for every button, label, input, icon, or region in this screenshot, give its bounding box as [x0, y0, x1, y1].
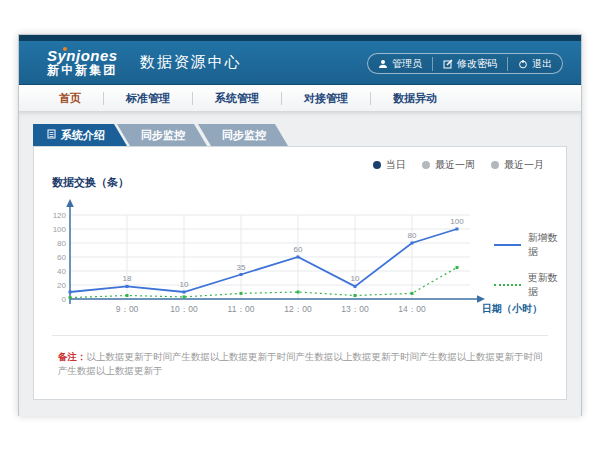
- change-password-button[interactable]: 修改密码: [432, 57, 507, 71]
- svg-text:120: 120: [53, 211, 67, 220]
- svg-text:10: 10: [351, 274, 360, 283]
- logo-text: Synjones: [47, 48, 118, 64]
- svg-text:35: 35: [237, 263, 246, 272]
- svg-text:80: 80: [408, 231, 417, 240]
- tab-sync-monitor-1[interactable]: 同步监控: [117, 124, 207, 146]
- svg-text:18: 18: [123, 274, 132, 283]
- current-user-button[interactable]: 管理员: [368, 57, 432, 71]
- svg-text:100: 100: [450, 217, 464, 226]
- svg-text:12：00: 12：00: [284, 304, 312, 314]
- nav-item-data-change[interactable]: 数据异动: [371, 85, 459, 111]
- logout-button[interactable]: 退出: [507, 57, 562, 71]
- chart-card: 当日 最近一周 最近一月 数据交换（条） 0204060801001209：00…: [33, 146, 567, 400]
- main-nav: 首页 标准管理 系统管理 对接管理 数据异动: [19, 85, 581, 112]
- range-option-month[interactable]: 最近一月: [491, 158, 544, 172]
- chart-y-axis-title: 数据交换（条）: [52, 175, 129, 190]
- svg-text:13：00: 13：00: [341, 304, 369, 314]
- svg-text:40: 40: [57, 267, 66, 276]
- radio-dot-icon: [373, 161, 381, 169]
- svg-text:11：00: 11：00: [228, 304, 255, 314]
- logout-label: 退出: [532, 57, 552, 71]
- card-divider: [52, 335, 548, 336]
- solid-line-icon: [494, 244, 521, 246]
- tab-system-intro[interactable]: 系统介绍: [33, 124, 127, 146]
- svg-text:100: 100: [53, 225, 67, 234]
- change-password-label: 修改密码: [457, 57, 497, 71]
- range-label: 最近一周: [435, 158, 475, 172]
- svg-text:20: 20: [57, 281, 66, 290]
- nav-item-home[interactable]: 首页: [37, 85, 103, 111]
- dotted-line-icon: [494, 284, 521, 286]
- range-label: 最近一月: [504, 158, 544, 172]
- content-area: 系统介绍 同步监控 同步监控 当日 最近一周: [19, 112, 581, 416]
- tab-label: 同步监控: [141, 124, 185, 146]
- tab-bar: 系统介绍 同步监控 同步监控: [33, 124, 288, 146]
- brand-logo: Synjones 新中新集团: [47, 48, 118, 76]
- tab-label: 同步监控: [222, 124, 266, 146]
- range-option-today[interactable]: 当日: [373, 158, 406, 172]
- svg-text:10：00: 10：00: [170, 304, 198, 314]
- svg-text:日期（小时）: 日期（小时）: [482, 303, 542, 314]
- svg-text:60: 60: [294, 245, 303, 254]
- radio-dot-icon: [422, 161, 430, 169]
- user-label: 管理员: [392, 57, 422, 71]
- tab-label: 系统介绍: [61, 124, 105, 146]
- edit-icon: [443, 59, 453, 69]
- svg-text:9：00: 9：00: [116, 304, 139, 314]
- chart-legend: 新增数据 更新数据: [494, 231, 566, 299]
- svg-text:14：00: 14：00: [398, 304, 426, 314]
- nav-item-standard-mgmt[interactable]: 标准管理: [104, 85, 192, 111]
- radio-dot-icon: [491, 161, 499, 169]
- svg-text:0: 0: [62, 295, 67, 304]
- legend-label: 更新数据: [528, 271, 566, 299]
- tab-sync-monitor-2[interactable]: 同步监控: [198, 124, 288, 146]
- svg-text:80: 80: [57, 239, 66, 248]
- legend-label: 新增数据: [528, 231, 566, 259]
- range-option-week[interactable]: 最近一周: [422, 158, 475, 172]
- power-icon: [518, 59, 528, 69]
- legend-item-new-data[interactable]: 新增数据: [494, 231, 566, 259]
- nav-item-interface-mgmt[interactable]: 对接管理: [282, 85, 370, 111]
- footnote: 备注：以上数据更新于时间产生数据以上数据更新于时间产生数据以上数据更新于时间产生…: [58, 350, 546, 379]
- svg-text:60: 60: [57, 253, 66, 262]
- page: Synjones 新中新集团 数据资源中心 管理员 修改密码: [0, 0, 600, 450]
- app-window: Synjones 新中新集团 数据资源中心 管理员 修改密码: [18, 34, 582, 416]
- document-icon: [47, 124, 56, 146]
- line-chart: 0204060801001209：0010：0011：0012：0013：001…: [50, 192, 570, 324]
- user-icon: [378, 59, 388, 69]
- range-selector: 当日 最近一周 最近一月: [373, 158, 544, 172]
- legend-item-updated-data[interactable]: 更新数据: [494, 271, 566, 299]
- user-actions: 管理员 修改密码 退出: [367, 53, 563, 74]
- nav-item-system-mgmt[interactable]: 系统管理: [193, 85, 281, 111]
- page-title: 数据资源中心: [140, 53, 242, 72]
- footnote-text: 以上数据更新于时间产生数据以上数据更新于时间产生数据以上数据更新于时间产生数据以…: [58, 351, 543, 376]
- logo-company: 新中新集团: [47, 64, 118, 77]
- footnote-label: 备注：: [58, 351, 87, 362]
- app-header: Synjones 新中新集团 数据资源中心 管理员 修改密码: [19, 41, 581, 85]
- svg-text:10: 10: [180, 280, 189, 289]
- range-label: 当日: [386, 158, 406, 172]
